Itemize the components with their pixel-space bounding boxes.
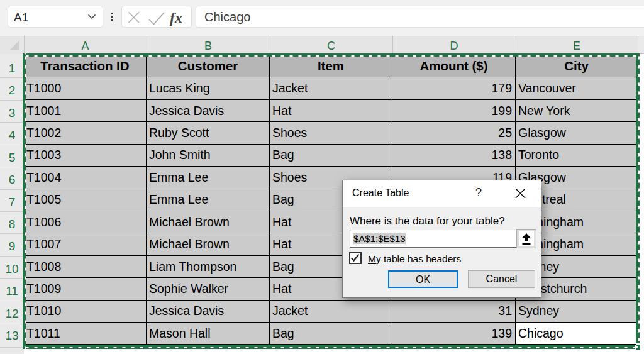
svg-text:fx: fx <box>170 9 182 26</box>
